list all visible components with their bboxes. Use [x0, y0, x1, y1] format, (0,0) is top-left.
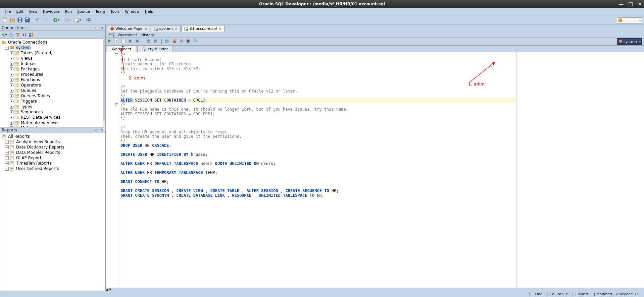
tree-item[interactable]: +Functions: [0, 77, 105, 82]
minimize-button[interactable]: —: [618, 1, 624, 7]
fold-icon[interactable]: −: [115, 53, 118, 56]
expand-icon[interactable]: +: [10, 121, 13, 125]
menu-source[interactable]: Source: [75, 8, 93, 15]
menu-tools[interactable]: Tools: [108, 8, 122, 15]
tab-close-icon[interactable]: ×: [219, 27, 221, 31]
panel-minimize-icon[interactable]: ▢: [95, 128, 99, 132]
menu-team[interactable]: Team: [93, 8, 108, 15]
tree-item[interactable]: +Views: [0, 56, 105, 61]
expand-icon[interactable]: +: [5, 140, 9, 144]
collapse-icon[interactable]: −: [5, 46, 9, 50]
editor-tab[interactable]: Welcome Page×: [107, 25, 150, 32]
menu-run[interactable]: Run: [62, 8, 75, 15]
editor-tab[interactable]: system×: [151, 25, 181, 32]
new-connection-icon[interactable]: [2, 32, 7, 38]
menu-window[interactable]: Window: [122, 8, 142, 15]
history-label[interactable]: History: [139, 33, 156, 37]
expand-icon[interactable]: +: [10, 62, 13, 66]
menu-edit[interactable]: Edit: [13, 8, 26, 15]
run-script-icon[interactable]: [114, 39, 120, 45]
sql-recall-icon[interactable]: ▦: [154, 39, 160, 45]
db-dropdown-top[interactable]: [617, 17, 642, 23]
tree-item[interactable]: +Packages: [0, 66, 105, 72]
tree-item[interactable]: +Indexes: [0, 61, 105, 66]
open-icon[interactable]: [9, 17, 16, 23]
expand-icon[interactable]: +: [10, 67, 13, 71]
code-editor[interactable]: /*01 Create AccountCreate accounts for H…: [119, 52, 516, 288]
expand-icon[interactable]: +: [5, 151, 9, 155]
commit-icon[interactable]: ▣: [135, 39, 141, 45]
close-button[interactable]: ✕: [638, 1, 642, 7]
expand-icon[interactable]: +: [10, 57, 13, 60]
reports-tree[interactable]: All Reports+Analytic View Reports+Data D…: [0, 133, 105, 291]
menu-view[interactable]: View: [26, 8, 40, 15]
report-item[interactable]: All Reports: [0, 134, 105, 139]
forward-icon[interactable]: [64, 17, 70, 23]
new-file-icon[interactable]: [2, 17, 9, 23]
expand-icon[interactable]: +: [5, 145, 9, 149]
menu-navigate[interactable]: Navigate: [40, 8, 62, 15]
autotrace-icon[interactable]: ▣: [128, 39, 134, 45]
scroll-down-icon[interactable]: ▼: [109, 288, 111, 291]
expand-icon[interactable]: +: [10, 78, 13, 82]
tree-item[interactable]: +REST Data Services: [0, 115, 105, 120]
filter-icon[interactable]: [15, 32, 20, 38]
explain-plan-icon[interactable]: [121, 39, 127, 45]
editor-tab[interactable]: 01 account.sql×: [181, 25, 225, 32]
expand-icon[interactable]: +: [10, 73, 13, 76]
find-replace-icon[interactable]: ▦: [186, 39, 192, 45]
tree-item[interactable]: +Operators: [0, 82, 105, 88]
tree-item[interactable]: +Types: [0, 104, 105, 109]
expand-icon[interactable]: +: [10, 105, 13, 109]
case-toggle-icon[interactable]: Aa: [193, 39, 199, 45]
tree-db-node[interactable]: − system: [0, 45, 105, 50]
tab-close-icon[interactable]: ×: [144, 27, 147, 31]
run-statement-icon[interactable]: [107, 39, 113, 45]
tns-icon[interactable]: [22, 32, 27, 38]
report-item[interactable]: +User Defined Reports: [0, 166, 105, 171]
sql-worksheet-label[interactable]: SQL Worksheet: [107, 33, 139, 37]
report-item[interactable]: +Analytic View Reports: [0, 139, 105, 144]
expand-icon[interactable]: +: [5, 167, 9, 171]
format-icon[interactable]: ▤: [165, 39, 171, 45]
panel-minimize-icon[interactable]: ▢: [95, 26, 99, 30]
tree-item[interactable]: +Sequences: [0, 109, 105, 115]
tree-item[interactable]: +Triggers: [0, 99, 105, 104]
panel-restore-icon[interactable]: ▫: [100, 26, 104, 30]
tree-item[interactable]: +Tables (Filtered): [0, 50, 105, 56]
expand-icon[interactable]: +: [10, 89, 13, 93]
maximize-button[interactable]: □: [628, 1, 633, 7]
menu-file[interactable]: File: [2, 8, 13, 15]
expand-icon[interactable]: +: [10, 51, 13, 55]
expand-all-icon[interactable]: [29, 32, 34, 38]
db-selector[interactable]: system: [617, 38, 642, 45]
undo-icon[interactable]: [35, 17, 42, 23]
menu-help[interactable]: Help: [142, 8, 156, 15]
tree-item[interactable]: +Materialized Views: [0, 120, 105, 125]
scroll-up-icon[interactable]: ▲: [106, 288, 108, 291]
expand-icon[interactable]: +: [10, 116, 13, 119]
report-item[interactable]: +TimesTen Reports: [0, 161, 105, 166]
query-builder-tab[interactable]: Query Builder: [137, 46, 173, 52]
fold-icon[interactable]: −: [115, 103, 118, 106]
expand-icon[interactable]: +: [10, 94, 13, 98]
tab-close-icon[interactable]: ×: [175, 27, 178, 31]
tree-item[interactable]: +Procedures: [0, 72, 105, 77]
expand-icon[interactable]: +: [10, 100, 13, 103]
search-icon[interactable]: [85, 17, 92, 23]
save-icon[interactable]: [17, 17, 23, 23]
expand-icon[interactable]: +: [10, 110, 13, 114]
expand-icon[interactable]: +: [10, 83, 13, 87]
expand-icon[interactable]: +: [5, 156, 9, 160]
sql-history-icon[interactable]: ▦: [147, 39, 153, 45]
snippet-icon[interactable]: [179, 39, 185, 45]
connections-tree[interactable]: Oracle Connections − system +Tables (Fil…: [0, 39, 105, 127]
back-icon[interactable]: [53, 17, 60, 23]
tree-root[interactable]: Oracle Connections: [0, 40, 105, 45]
expand-icon[interactable]: +: [5, 162, 9, 165]
report-item[interactable]: +OLAP Reports: [0, 155, 105, 161]
save-all-icon[interactable]: [24, 17, 31, 23]
clear-icon[interactable]: [172, 39, 178, 45]
left-scrollbar[interactable]: [103, 34, 105, 131]
redo-icon[interactable]: [42, 17, 49, 23]
